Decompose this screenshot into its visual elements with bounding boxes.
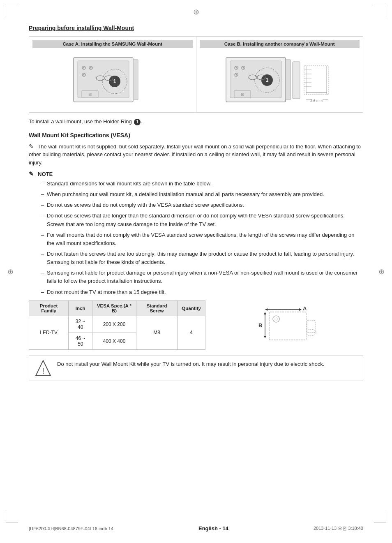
corner-br xyxy=(374,510,386,522)
corner-bl xyxy=(6,510,18,522)
svg-rect-18 xyxy=(286,60,291,100)
svg-rect-32 xyxy=(293,62,300,99)
case-b-image: 1 ⊞ xyxy=(200,51,360,109)
bullet-item-7: Samsung is not liable for product damage… xyxy=(41,269,363,285)
col-family: Product Family xyxy=(29,300,69,316)
svg-text:1: 1 xyxy=(266,77,269,83)
holder-ring-text: To install a wall-mount, use the Holder-… xyxy=(29,118,363,125)
svg-text:1: 1 xyxy=(113,79,116,84)
right-crosshair-icon: ⊕ xyxy=(378,267,385,276)
svg-point-54 xyxy=(273,316,279,322)
bullet-item-8: Do not mount the TV at more than a 15 de… xyxy=(41,288,363,296)
memo-icon xyxy=(29,143,34,150)
corner-tr xyxy=(374,6,386,18)
svg-text:A: A xyxy=(303,305,307,312)
svg-marker-48 xyxy=(299,308,302,311)
col-vesa: VESA Spec.(A * B) xyxy=(92,300,136,316)
case-b-diagram: 1 ⊞ xyxy=(222,53,337,107)
svg-marker-47 xyxy=(265,308,267,311)
svg-text:!: ! xyxy=(42,366,44,376)
warning-text: Do not install your Wall Mount Kit while… xyxy=(57,360,324,368)
svg-marker-52 xyxy=(264,336,266,338)
bullet-list: Standard dimensions for wall mount kits … xyxy=(41,180,363,296)
bullet-item-4: Do not use screws that are longer than t… xyxy=(41,212,363,228)
svg-text:B: B xyxy=(258,322,262,328)
case-comparison-container: Case A. Installing the SAMSUNG Wall-Moun… xyxy=(29,36,363,113)
case-a-box: Case A. Installing the SAMSUNG Wall-Moun… xyxy=(29,37,196,112)
ab-diagram: A B xyxy=(214,300,363,350)
case-b-header: Case B. Installing another company's Wal… xyxy=(200,40,360,48)
main-note-block: The wall mount kit is not supplied, but … xyxy=(29,143,363,167)
section1-title: Preparing before installing Wall-Mount xyxy=(29,25,363,31)
bullet-item-5: For wall mounts that do not comply with … xyxy=(41,231,363,247)
note-heading: NOTE xyxy=(29,171,363,177)
section2-title: Wall Mount Kit Specifications (VESA) xyxy=(29,132,363,139)
cell-inch1: 32 ~ 40 xyxy=(69,316,92,333)
holder-ring-badge: 1 xyxy=(134,119,141,125)
svg-text:⊞: ⊞ xyxy=(241,92,244,97)
cell-vesa2: 400 X 400 xyxy=(92,333,136,349)
vesa-table: Product Family Inch VESA Spec.(A * B) St… xyxy=(29,300,205,350)
warning-triangle-icon: ! xyxy=(35,359,51,377)
corner-tl xyxy=(6,6,18,18)
case-a-image: 1 ⊞ xyxy=(32,51,193,109)
svg-point-22 xyxy=(243,67,244,69)
note-memo-icon xyxy=(29,171,34,177)
warning-box: ! Do not install your Wall Mount Kit whi… xyxy=(29,356,363,381)
footer-right-text: 2013-11-13 오전 3:18:40 xyxy=(314,525,363,531)
cell-inch2: 46 ~ 50 xyxy=(69,333,92,349)
main-note-text: The wall mount kit is not supplied, but … xyxy=(29,143,361,166)
svg-marker-51 xyxy=(264,312,266,314)
bullet-item-3: Do not use screws that do not comply wit… xyxy=(41,201,363,209)
case-a-diagram: 1 ⊞ xyxy=(69,53,156,107)
cell-screw: M8 xyxy=(136,316,177,349)
warning-icon: ! xyxy=(35,360,51,377)
svg-rect-1 xyxy=(78,61,129,98)
svg-point-6 xyxy=(90,67,91,69)
svg-text:⊞: ⊞ xyxy=(88,92,92,97)
footer-center-text: English - 14 xyxy=(198,525,228,531)
svg-rect-17 xyxy=(230,61,281,98)
vesa-table-area: Product Family Inch VESA Spec.(A * B) St… xyxy=(29,300,363,350)
holder-ring-label: To install a wall-mount, use the Holder-… xyxy=(29,118,132,125)
svg-point-4 xyxy=(83,67,84,69)
svg-rect-2 xyxy=(133,60,138,100)
bullet-item-6: Do not fasten the screws that are too st… xyxy=(41,250,363,266)
col-inch: Inch xyxy=(69,300,92,316)
footer-left-text: [UF6200-XH]BN68-04879F-04L16.indb 14 xyxy=(29,526,113,531)
svg-text:2.6 mm: 2.6 mm xyxy=(310,99,323,103)
case-b-box: Case B. Installing another company's Wal… xyxy=(196,37,363,112)
svg-rect-56 xyxy=(307,320,315,333)
case-a-header: Case A. Installing the SAMSUNG Wall-Moun… xyxy=(32,40,193,48)
page-container: ⊕ ⊕ ⊕ Preparing before installing Wall-M… xyxy=(0,0,392,543)
svg-point-55 xyxy=(275,318,277,320)
cell-qty: 4 xyxy=(178,316,205,349)
cell-vesa1: 200 X 200 xyxy=(92,316,136,333)
bullet-item-2: When purchasing our wall mount kit, a de… xyxy=(41,190,363,199)
note-label: NOTE xyxy=(38,171,53,177)
cell-family: LED-TV xyxy=(29,316,69,349)
page-footer: [UF6200-XH]BN68-04879F-04L16.indb 14 Eng… xyxy=(0,525,392,531)
col-screw: Standard Screw xyxy=(136,300,177,316)
left-crosshair-icon: ⊕ xyxy=(7,267,14,276)
top-crosshair-icon: ⊕ xyxy=(193,7,199,16)
ab-diagram-svg: A B xyxy=(254,305,323,346)
table-row-1: LED-TV 32 ~ 40 200 X 200 M8 4 xyxy=(29,316,205,333)
col-qty: Quantity xyxy=(178,300,205,316)
svg-point-8 xyxy=(83,74,84,76)
bullet-item-1: Standard dimensions for wall mount kits … xyxy=(41,180,363,188)
svg-point-20 xyxy=(236,67,237,69)
svg-point-24 xyxy=(236,74,237,76)
